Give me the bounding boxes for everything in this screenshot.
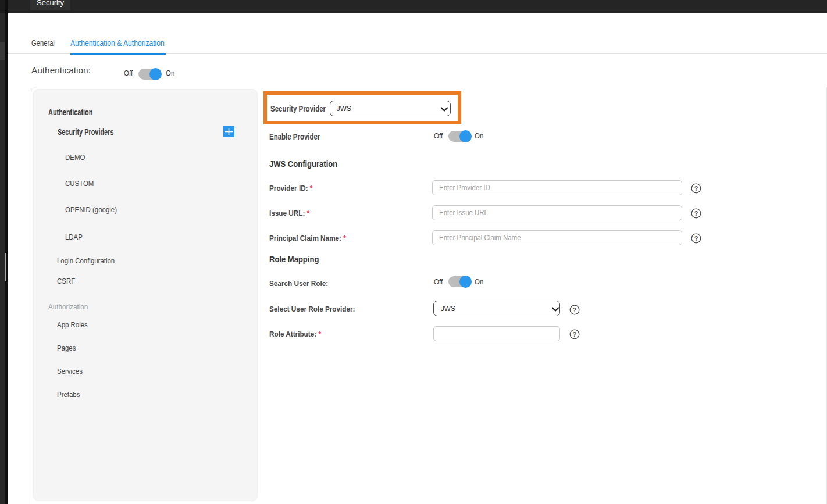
svg-text:?: ?: [694, 235, 698, 242]
svg-text:?: ?: [694, 210, 698, 217]
svg-text:?: ?: [572, 331, 576, 338]
svg-text:?: ?: [572, 306, 576, 313]
svg-text:?: ?: [694, 185, 698, 192]
